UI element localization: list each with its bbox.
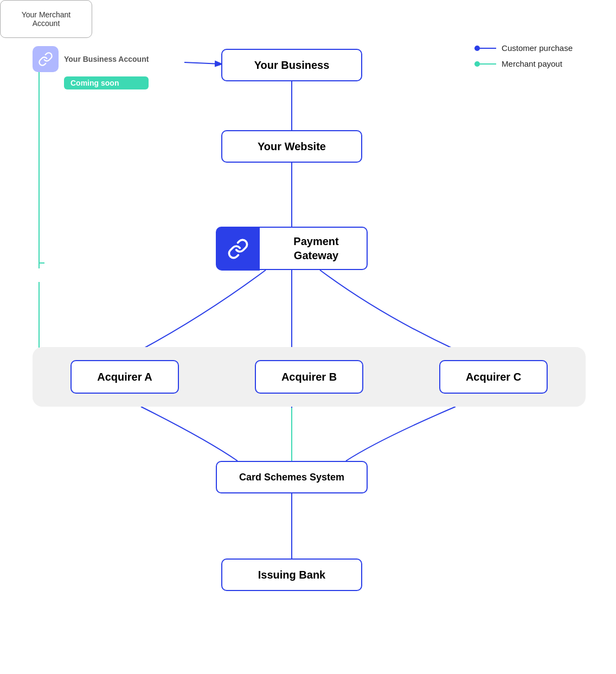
business-account-node: Your Business Account Coming soon [33,46,149,89]
legend-merchant-payout: Merchant payout [474,59,573,68]
merchant-account-label: Your Merchant Account [22,10,71,28]
acquirer-b-node: Acquirer B [255,360,363,394]
card-schemes-node: Card Schemes System [216,461,368,493]
your-website-node: Your Website [221,130,362,163]
payment-gateway-label: PaymentGateway [293,234,338,262]
merchant-account-node: Your Merchant Account [0,0,92,38]
your-business-label: Your Business [254,59,330,72]
business-account-label: Your Business Account [64,55,149,63]
issuing-bank-label: Issuing Bank [258,569,325,581]
card-schemes-label: Card Schemes System [239,472,344,483]
your-website-label: Your Website [258,140,326,153]
legend-customer-purchase-label: Customer purchase [502,43,573,53]
acquirer-c-label: Acquirer C [466,371,521,383]
acquirers-band: Acquirer A Acquirer B Acquirer C [33,347,586,407]
diagram-container: Customer purchase Merchant payout Your B… [0,0,616,674]
business-account-inner: Your Business Account [33,46,149,72]
your-business-node: Your Business [221,49,362,81]
issuing-bank-node: Issuing Bank [221,559,362,591]
acquirer-b-label: Acquirer B [281,371,337,383]
legend-customer-purchase: Customer purchase [474,43,573,53]
svg-line-2 [184,62,221,64]
acquirer-a-label: Acquirer A [97,371,152,383]
payment-gateway-node: PaymentGateway [216,227,368,270]
legend-green-line [474,63,496,65]
legend-blue-line [474,48,496,49]
acquirer-c-node: Acquirer C [439,360,548,394]
coming-soon-badge: Coming soon [64,76,149,89]
legend: Customer purchase Merchant payout [474,43,573,68]
business-account-icon [33,46,59,72]
acquirer-a-node: Acquirer A [70,360,179,394]
legend-merchant-payout-label: Merchant payout [502,59,562,68]
gateway-icon [216,227,260,271]
